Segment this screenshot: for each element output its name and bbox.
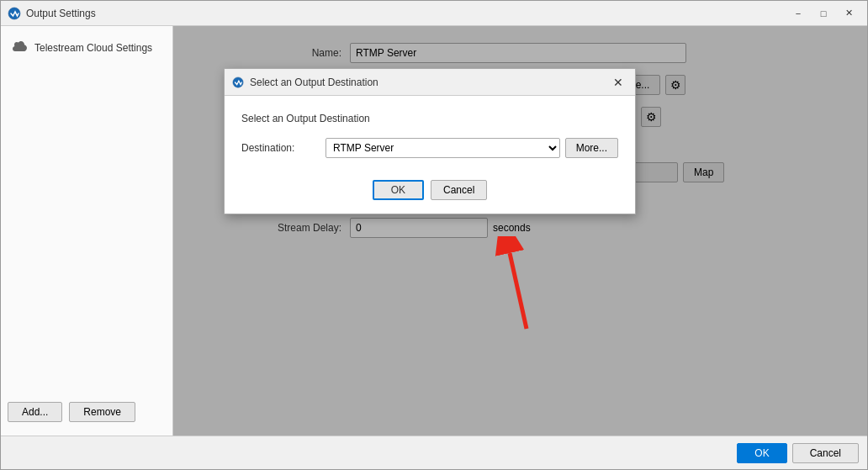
dialog-destination-label: Destination: [241, 142, 326, 154]
content-area: Telestream Cloud Settings Add... Remove … [1, 26, 867, 436]
cloud-icon [11, 40, 28, 56]
dialog-icon [231, 76, 245, 89]
main-window: Output Settings − □ ✕ Telestream Cloud S… [0, 0, 868, 470]
remove-button[interactable]: Remove [69, 402, 135, 422]
sidebar: Telestream Cloud Settings Add... Remove [1, 26, 173, 436]
dialog-body: Select an Output Destination Destination… [225, 96, 635, 180]
minimize-button[interactable]: − [786, 5, 810, 22]
sidebar-item-cloud[interactable]: Telestream Cloud Settings [1, 33, 172, 63]
maximize-button[interactable]: □ [812, 5, 835, 22]
dialog-title: Select an Output Destination [250, 77, 608, 88]
dialog-subtitle: Select an Output Destination [241, 113, 618, 124]
bottom-ok-button[interactable]: OK [737, 443, 786, 463]
bottom-bar: OK Cancel [1, 436, 867, 469]
arrow-annotation [489, 236, 548, 340]
bottom-cancel-button[interactable]: Cancel [792, 443, 859, 463]
svg-line-3 [510, 253, 527, 329]
app-icon [8, 7, 21, 20]
close-button[interactable]: ✕ [837, 5, 860, 22]
dialog: Select an Output Destination ✕ Select an… [224, 68, 636, 214]
title-bar: Output Settings − □ ✕ [1, 1, 867, 26]
sidebar-cloud-label: Telestream Cloud Settings [34, 42, 152, 54]
dialog-destination-row: Destination: RTMP Server Facebook YouTub… [241, 138, 618, 158]
window-title: Output Settings [26, 8, 786, 19]
dialog-footer: OK Cancel [225, 180, 635, 214]
dialog-destination-select[interactable]: RTMP Server Facebook YouTube [326, 138, 560, 158]
add-button[interactable]: Add... [8, 402, 62, 422]
modal-overlay: Select an Output Destination ✕ Select an… [173, 26, 867, 436]
dialog-cancel-button[interactable]: Cancel [431, 180, 487, 200]
dialog-close-button[interactable]: ✕ [608, 74, 628, 91]
dialog-ok-button[interactable]: OK [373, 180, 424, 200]
main-panel: Name: Destination: RTMP Server Facebook … [173, 26, 867, 436]
dialog-destination-control: RTMP Server Facebook YouTube More... [326, 138, 618, 158]
dialog-titlebar: Select an Output Destination ✕ [225, 69, 635, 96]
window-controls: − □ ✕ [786, 5, 860, 22]
sidebar-footer: Add... Remove [1, 395, 172, 429]
dialog-more-button[interactable]: More... [565, 138, 618, 158]
